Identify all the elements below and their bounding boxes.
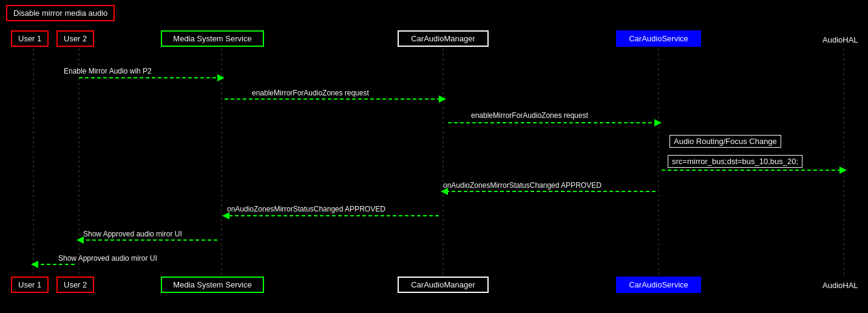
title-box: Disable mirror media audio [6,5,115,21]
cas-top-label: CarAudioService [629,34,688,43]
cas-bot-label: CarAudioService [629,280,688,289]
svg-marker-21 [31,261,38,268]
svg-marker-7 [217,74,225,81]
msg3-label: enableMirrorForAudioZones request [471,111,588,120]
user2-top-label: User 2 [64,34,87,43]
mss-top-label: Media System Service [173,34,251,43]
user2-top-box: User 2 [56,30,94,47]
user1-top-box: User 1 [11,30,49,47]
cas-top-box: CarAudioService [616,30,701,47]
user1-bot-label: User 1 [18,280,41,289]
msg5-label: onAudioZonesMirrorStatusChanged APPROVED [443,181,602,190]
sequence-diagram: Disable mirror media audio User 1 User 2… [0,0,868,313]
msg1-label: Enable Mirror Audio wih P2 [64,67,152,75]
mss-top-box: Media System Service [161,30,264,47]
title-label: Disable mirror media audio [13,9,107,18]
cam-top-box: CarAudioManager [398,30,489,47]
cam-bot-box: CarAudioManager [398,277,489,293]
msg7-label: Show Approved audio miror UI [83,230,182,238]
msg8-label: Show Approved audio miror UI [58,254,157,263]
cam-top-label: CarAudioManager [411,34,475,43]
svg-marker-11 [654,119,662,126]
cam-bot-label: CarAudioManager [411,280,475,289]
cas-bot-box: CarAudioService [616,277,701,293]
msg2-label: enableMirrorForAudioZones request [252,89,369,97]
user1-bot-box: User 1 [11,277,49,293]
user1-top-label: User 1 [18,34,41,43]
user2-bot-label: User 2 [64,280,87,289]
audio-routing-box: Audio Routing/Focus Change [670,135,781,148]
audio-routing-label: Audio Routing/Focus Change [674,137,777,146]
mss-bot-label: Media System Service [173,280,251,289]
hal-top-label: AudioHAL [822,35,858,44]
svg-marker-9 [439,95,446,103]
mss-bot-box: Media System Service [161,277,264,293]
user2-bot-box: User 2 [56,277,94,293]
msg6-label: onAudioZonesMirrorStatusChanged APPROVED [227,205,385,213]
mirror-bus-box: src=mirror_bus;dst=bus_10,bus_20; [668,155,802,168]
mirror-bus-label: src=mirror_bus;dst=bus_10,bus_20; [672,157,798,166]
svg-marker-13 [839,167,847,174]
hal-bot-label: AudioHAL [822,281,858,290]
